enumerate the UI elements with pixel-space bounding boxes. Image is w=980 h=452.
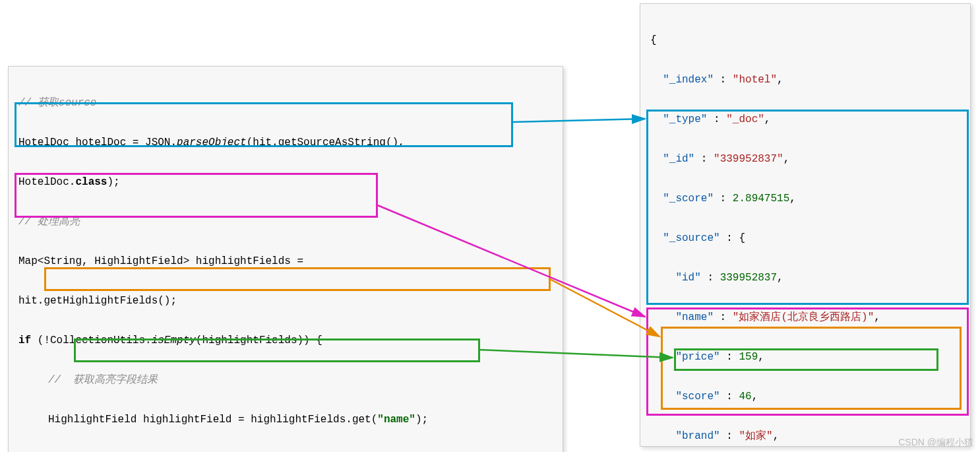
json-line: "_index" : "hotel", (640, 70, 970, 90)
box-source-parse (15, 102, 513, 147)
code-line: hit.getHighlightFields(); (18, 295, 177, 307)
box-get-name-field (44, 267, 551, 291)
watermark: CSDN @编程小猹 (898, 437, 973, 449)
box-highlight-fields (15, 173, 378, 218)
box-fragment-json (674, 348, 938, 371)
code-line: Map<String, HighlightField> highlightFie… (18, 255, 303, 267)
code-line: HighlightField highlightField = highligh… (48, 414, 428, 426)
box-source-json (646, 110, 969, 305)
json-line: { (640, 30, 970, 50)
comment-get-field: // 获取高亮字段结果 (48, 374, 158, 386)
box-get-fragment (74, 339, 480, 362)
